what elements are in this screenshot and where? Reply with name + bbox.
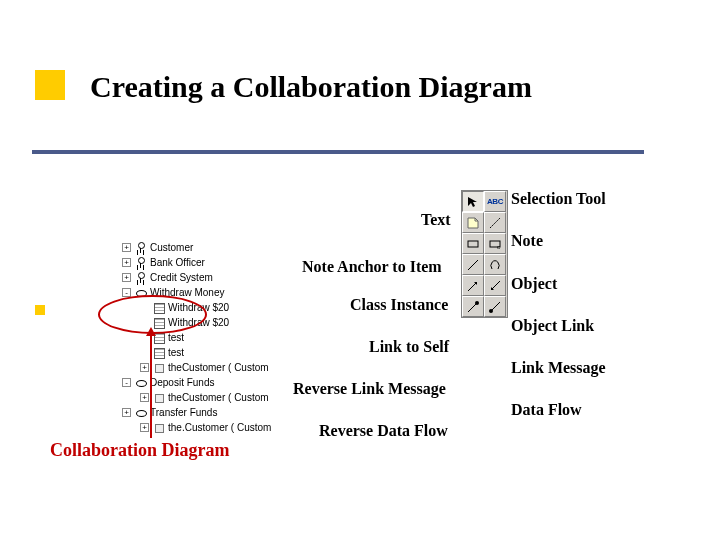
label-note: Note	[511, 232, 543, 250]
note-tool-icon	[466, 216, 480, 230]
svg-rect-1	[468, 241, 478, 247]
collapse-icon[interactable]: -	[122, 378, 131, 387]
label-data-flow: Data Flow	[511, 401, 582, 419]
tree-item-label: Transfer Funds	[150, 405, 217, 420]
tree-item-label: Bank Officer	[150, 255, 205, 270]
project-tree[interactable]: +Customer+Bank Officer+Credit System-Wit…	[110, 240, 295, 435]
tree-item-label: Deposit Funds	[150, 375, 214, 390]
expand-icon[interactable]: +	[140, 363, 149, 372]
anchor-tool[interactable]	[484, 212, 506, 233]
svg-point-8	[475, 301, 479, 305]
callout-caption: Collaboration Diagram	[50, 440, 230, 461]
diagram-icon	[153, 347, 165, 359]
oval-icon	[135, 287, 147, 299]
class-instance-icon: c	[488, 237, 502, 251]
tree-item[interactable]: +Customer	[110, 240, 295, 255]
diagram-icon	[153, 302, 165, 314]
link-message-icon	[466, 279, 480, 293]
actor-icon	[135, 242, 147, 254]
reverse-link-msg-icon	[488, 279, 502, 293]
tree-item[interactable]: +Transfer Funds	[110, 405, 295, 420]
oval-icon	[135, 407, 147, 419]
tree-item[interactable]: +Credit System	[110, 270, 295, 285]
tree-item[interactable]: test	[110, 345, 295, 360]
tree-item[interactable]: test	[110, 330, 295, 345]
reverse-data-flow-icon	[488, 300, 502, 314]
page-title: Creating a Collaboration Diagram	[90, 70, 532, 104]
expand-icon[interactable]: +	[140, 393, 149, 402]
actor-icon	[135, 272, 147, 284]
link-to-self-icon	[488, 258, 502, 272]
label-link-to-self: Link to Self	[369, 338, 449, 356]
svg-line-0	[490, 218, 500, 228]
tree-item[interactable]: -Deposit Funds	[110, 375, 295, 390]
reverse-link-msg[interactable]	[484, 275, 506, 296]
object-link-icon	[466, 258, 480, 272]
expand-icon[interactable]: +	[122, 243, 131, 252]
tree-item-label: the.Customer ( Custom	[168, 420, 271, 435]
object-tool[interactable]	[462, 233, 484, 254]
accent-square	[35, 305, 45, 315]
tree-item-label: test	[168, 330, 184, 345]
selection-tool-icon	[466, 195, 480, 209]
label-selection-tool: Selection Tool	[511, 190, 606, 208]
link-message[interactable]	[462, 275, 484, 296]
tree-item-label: Credit System	[150, 270, 213, 285]
svg-line-4	[468, 260, 478, 270]
label-text: Text	[421, 211, 451, 229]
text-tool-icon: ABC	[487, 197, 503, 206]
expand-icon[interactable]: +	[122, 408, 131, 417]
tree-item[interactable]: Withdraw $20	[110, 315, 295, 330]
tree-item[interactable]: +the.Customer ( Custom	[110, 420, 295, 435]
tree-item[interactable]: +theCustomer ( Custom	[110, 390, 295, 405]
expand-icon[interactable]: +	[122, 258, 131, 267]
label-note-anchor: Note Anchor to Item	[302, 258, 442, 276]
label-object: Object	[511, 275, 557, 293]
tree-item[interactable]: -Withdraw Money	[110, 285, 295, 300]
label-object-link: Object Link	[511, 317, 594, 335]
tree-item-label: Withdraw $20	[168, 300, 229, 315]
cube-icon	[153, 422, 165, 434]
svg-text:c: c	[497, 244, 500, 250]
object-tool-icon	[466, 237, 480, 251]
note-tool[interactable]	[462, 212, 484, 233]
accent-block	[35, 70, 65, 100]
tree-item-label: Customer	[150, 240, 193, 255]
toolbox-palette[interactable]: ABCc	[461, 190, 508, 318]
data-flow-icon	[466, 300, 480, 314]
cube-icon	[153, 362, 165, 374]
tree-item[interactable]: +theCustomer ( Custom	[110, 360, 295, 375]
text-tool[interactable]: ABC	[484, 191, 506, 212]
anchor-tool-icon	[488, 216, 502, 230]
title-rule	[32, 150, 644, 154]
link-to-self[interactable]	[484, 254, 506, 275]
callout-arrow	[150, 330, 152, 438]
selection-tool[interactable]	[462, 191, 484, 212]
tree-item-label: Withdraw Money	[150, 285, 224, 300]
actor-icon	[135, 257, 147, 269]
class-instance[interactable]: c	[484, 233, 506, 254]
label-reverse-link-message: Reverse Link Message	[293, 380, 446, 398]
expand-icon[interactable]: +	[122, 273, 131, 282]
tree-item-label: theCustomer ( Custom	[168, 390, 269, 405]
expand-icon[interactable]: +	[140, 423, 149, 432]
tree-item-label: test	[168, 345, 184, 360]
reverse-data-flow[interactable]	[484, 296, 506, 317]
object-link[interactable]	[462, 254, 484, 275]
tree-item[interactable]: +Bank Officer	[110, 255, 295, 270]
cube-icon	[153, 392, 165, 404]
tree-item-label: Withdraw $20	[168, 315, 229, 330]
label-reverse-data-flow: Reverse Data Flow	[319, 422, 448, 440]
collapse-icon[interactable]: -	[122, 288, 131, 297]
tree-item[interactable]: Withdraw $20	[110, 300, 295, 315]
label-class-instance: Class Instance	[350, 296, 448, 314]
oval-icon	[135, 377, 147, 389]
svg-point-10	[489, 309, 493, 313]
tree-item-label: theCustomer ( Custom	[168, 360, 269, 375]
label-link-message: Link Message	[511, 359, 606, 377]
data-flow[interactable]	[462, 296, 484, 317]
